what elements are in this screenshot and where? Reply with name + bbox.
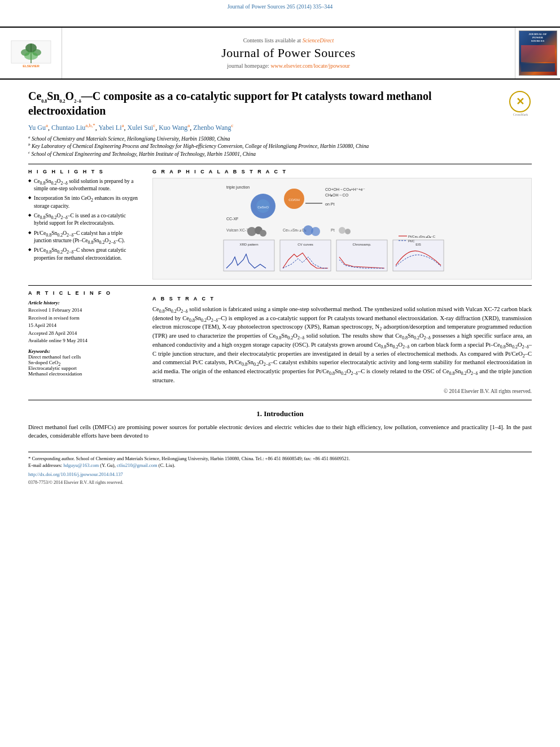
journal-homepage-url[interactable]: www.elsevier.com/locate/jpowsour bbox=[270, 63, 349, 69]
introduction-section: 1. Introduction Direct methanol fuel cel… bbox=[28, 409, 532, 441]
author-yabei-li: Yabei Li bbox=[98, 124, 121, 132]
svg-text:CO/OH: CO/OH bbox=[288, 198, 300, 202]
svg-text:triple junction: triple junction bbox=[226, 185, 250, 190]
crossmark-icon: ✕ bbox=[509, 91, 531, 112]
section-divider-1 bbox=[28, 164, 532, 164]
svg-point-26 bbox=[339, 227, 345, 234]
journal-title: Journal of Power Sources bbox=[221, 46, 355, 60]
keyword-2: Sn-doped CeO2 bbox=[28, 360, 141, 365]
email-line: E-mail addresses: hdguyu@163.com (Y. Gu)… bbox=[28, 462, 532, 469]
footer-notes: * Corresponding author. School of Chemis… bbox=[28, 452, 532, 486]
abstract-copyright: © 2014 Elsevier B.V. All rights reserved… bbox=[152, 388, 532, 394]
email-1[interactable]: hdguyu@163.com bbox=[63, 462, 99, 468]
authors-line: Yu Gua, Chuntao Liua,b,*, Yabei Lia, Xul… bbox=[28, 124, 532, 132]
journal-header: ELSEVIER Contents lists available at Sci… bbox=[0, 27, 560, 80]
svg-text:XRD pattern: XRD pattern bbox=[239, 243, 258, 246]
keyword-4: Methanol electrooxidation bbox=[28, 371, 141, 377]
article-info-section: A R T I C L E I N F O Article history: R… bbox=[28, 290, 141, 394]
highlight-1: Ce0.8Sn0.2O2−δ solid solution is prepare… bbox=[28, 178, 141, 193]
journal-homepage: journal homepage: www.elsevier.com/locat… bbox=[227, 63, 350, 69]
svg-point-24 bbox=[311, 227, 320, 236]
keyword-1: Direct methanol fuel cells bbox=[28, 354, 141, 360]
elsevier-logo-svg: ELSEVIER bbox=[8, 38, 54, 69]
article-info-abstract-row: A R T I C L E I N F O Article history: R… bbox=[28, 290, 532, 394]
highlight-3: Ce0.8Sn0.2O2−δ–C is used as a co-catalyt… bbox=[28, 212, 141, 228]
svg-text:Pt: Pt bbox=[331, 228, 335, 232]
svg-text:Pt/C: Pt/C bbox=[408, 239, 415, 243]
email-2[interactable]: ctliu210@gmail.com bbox=[117, 462, 158, 468]
keywords-section: Keywords: Direct methanol fuel cells Sn-… bbox=[28, 348, 141, 377]
introduction-heading: 1. Introduction bbox=[28, 409, 532, 418]
journal-center: Contents lists available at ScienceDirec… bbox=[62, 28, 515, 78]
graphical-abstract-heading: G R A P H I C A L A B S T R A C T bbox=[152, 169, 532, 174]
highlight-2: Incorporation Sn into CeO2 enhances its … bbox=[28, 195, 141, 210]
page: Journal of Power Sources 265 (2014) 335–… bbox=[0, 0, 560, 497]
section-divider-3 bbox=[28, 400, 532, 400]
highlights-heading: H I G H L I G H T S bbox=[28, 169, 141, 174]
highlight-4: Pt/Ce0.8Sn0.2O2−δ–C catalyst has a tripl… bbox=[28, 230, 141, 245]
svg-text:CeSnO: CeSnO bbox=[257, 206, 269, 209]
svg-point-5 bbox=[24, 52, 38, 60]
highlight-5: Pt/Ce0.8Sn0.2O2−δ–C shows great catalyti… bbox=[28, 247, 141, 262]
affiliation-b: b Key Laboratory of Chemical Engineering… bbox=[28, 143, 532, 150]
abstract-heading: A B S T R A C T bbox=[152, 296, 532, 302]
article-history: Article history: Received 1 February 201… bbox=[28, 299, 141, 345]
keywords-label: Keywords: bbox=[28, 348, 141, 354]
sciencedirect-line: Contents lists available at ScienceDirec… bbox=[243, 37, 334, 43]
author-kuo-wang: Kuo Wang bbox=[159, 124, 187, 132]
highlights-list: Ce0.8Sn0.2O2−δ solid solution is prepare… bbox=[28, 178, 141, 262]
author-xulei-sui: Xulei Sui bbox=[128, 124, 154, 132]
catalysts-word: catalysts bbox=[205, 359, 225, 365]
abstract-text: Ce0.8Sn0.2O2−δ solid solution is fabrica… bbox=[152, 305, 532, 385]
cover-image: JOURNAL OFPOWERSOURCES bbox=[519, 30, 557, 76]
graphical-abstract-section: G R A P H I C A L A B S T R A C T triple… bbox=[152, 169, 532, 279]
highlights-abstract-row: H I G H L I G H T S Ce0.8Sn0.2O2−δ solid… bbox=[28, 169, 532, 279]
main-content: Ce0.8Sn0.2O2−δ—C composite as a co-catal… bbox=[0, 80, 560, 497]
doi-link[interactable]: http://dx.doi.org/10.1016/j.jpowsour.201… bbox=[28, 471, 532, 478]
svg-text:CO+OH→CO₂+H⁺+e⁻: CO+OH→CO₂+H⁺+e⁻ bbox=[325, 187, 365, 191]
graphical-abstract-image: triple junction CeSnO CO/OH CO+OH→CO₂+H⁺… bbox=[152, 178, 532, 279]
graphical-abstract-svg: triple junction CeSnO CO/OH CO+OH→CO₂+H⁺… bbox=[218, 181, 466, 277]
svg-text:Chronoamp.: Chronoamp. bbox=[352, 243, 371, 246]
email2-name: (C. Liu). bbox=[159, 462, 176, 468]
keyword-3: Electrocatalytic support bbox=[28, 365, 141, 371]
abstract-section: A B S T R A C T Ce0.8Sn0.2O2−δ solid sol… bbox=[152, 296, 532, 394]
title-row: Ce0.8Sn0.2O2−δ—C composite as a co-catal… bbox=[28, 89, 532, 124]
svg-text:ELSEVIER: ELSEVIER bbox=[23, 64, 40, 68]
svg-text:EIS: EIS bbox=[415, 243, 421, 246]
revised-date: 15 April 2014 bbox=[28, 322, 141, 330]
affiliation-c: c School of Chemical Engineering and Tec… bbox=[28, 151, 532, 158]
received-revised-label: Received in revised form bbox=[28, 314, 141, 322]
history-label: Article history: bbox=[28, 299, 141, 307]
svg-text:Vulcan XC-72: Vulcan XC-72 bbox=[226, 228, 251, 232]
introduction-text: Direct methanol fuel cells (DMFCs) are p… bbox=[28, 423, 532, 441]
highlights-section: H I G H L I G H T S Ce0.8Sn0.2O2−δ solid… bbox=[28, 169, 141, 279]
accepted-date: Accepted 28 April 2014 bbox=[28, 330, 141, 338]
received-date: Received 1 February 2014 bbox=[28, 307, 141, 314]
corresponding-note: * Corresponding author. School of Chemis… bbox=[28, 456, 532, 462]
section-divider-2 bbox=[28, 285, 532, 286]
article-title: Ce0.8Sn0.2O2−δ—C composite as a co-catal… bbox=[28, 89, 504, 118]
crossmark-badge[interactable]: ✕ CrossMark bbox=[509, 91, 532, 113]
journal-cover-thumbnail: JOURNAL OFPOWERSOURCES bbox=[515, 28, 560, 78]
email-label: E-mail addresses: bbox=[28, 462, 62, 468]
author-yu-gu: Yu Gu bbox=[28, 124, 46, 132]
svg-text:Ce₀.₈Sn₀.₂O₂: Ce₀.₈Sn₀.₂O₂ bbox=[283, 228, 307, 232]
journal-reference: Journal of Power Sources 265 (2014) 335–… bbox=[228, 3, 333, 10]
author-zhenbo-wang: Zhenbo Wang bbox=[193, 124, 231, 132]
svg-point-27 bbox=[345, 229, 351, 234]
svg-text:CV curves: CV curves bbox=[298, 243, 313, 246]
article-info-heading: A R T I C L E I N F O bbox=[28, 290, 141, 296]
affiliations: a School of Chemistry and Materials Scie… bbox=[28, 136, 532, 158]
svg-text:CH₃OH→CO: CH₃OH→CO bbox=[325, 193, 349, 197]
affiliation-a: a School of Chemistry and Materials Scie… bbox=[28, 136, 532, 143]
author-chuntao-liu: Chuntao Liu bbox=[51, 124, 85, 132]
sciencedirect-link[interactable]: ScienceDirect bbox=[303, 37, 334, 43]
svg-text:CC-XF: CC-XF bbox=[226, 217, 238, 221]
journal-reference-bar: Journal of Power Sources 265 (2014) 335–… bbox=[0, 0, 560, 11]
crossmark-label: CrossMark bbox=[509, 113, 532, 116]
svg-point-21 bbox=[260, 230, 266, 237]
available-date: Available online 9 May 2014 bbox=[28, 337, 141, 345]
elsevier-logo: ELSEVIER bbox=[0, 28, 62, 78]
svg-text:Pt/Ce₀.₈Sn₀.₂O₂–C: Pt/Ce₀.₈Sn₀.₂O₂–C bbox=[408, 235, 436, 238]
